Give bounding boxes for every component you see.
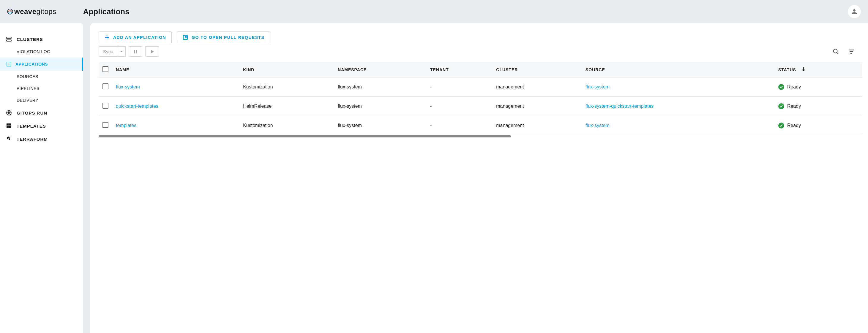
applications-icon bbox=[6, 61, 12, 67]
table-row: flux-systemKustomizationflux-system-mana… bbox=[99, 77, 862, 97]
status-text: Ready bbox=[787, 104, 801, 109]
row-checkbox[interactable] bbox=[102, 103, 108, 109]
cell-kind: Kustomization bbox=[240, 116, 334, 135]
applications-table: NAME KIND NAMESPACE TENANT CLUSTER SOURC… bbox=[99, 62, 862, 135]
open-pull-requests-button[interactable]: GO TO OPEN PULL REQUESTS bbox=[177, 31, 270, 43]
row-checkbox[interactable] bbox=[102, 122, 108, 128]
sidebar-item-delivery[interactable]: DELIVERY bbox=[0, 94, 83, 106]
sync-button[interactable]: Sync bbox=[99, 46, 117, 57]
svg-rect-7 bbox=[9, 124, 11, 126]
column-header-cluster[interactable]: CLUSTER bbox=[493, 62, 582, 77]
clusters-icon bbox=[6, 36, 12, 42]
application-name-link[interactable]: flux-system bbox=[116, 84, 140, 89]
pause-button[interactable] bbox=[129, 46, 142, 57]
cell-tenant: - bbox=[427, 77, 493, 97]
source-link[interactable]: flux-system bbox=[586, 84, 610, 89]
sort-desc-icon bbox=[802, 67, 805, 72]
button-label: GO TO OPEN PULL REQUESTS bbox=[192, 35, 265, 40]
horizontal-scrollbar[interactable] bbox=[99, 135, 511, 137]
sidebar-item-applications[interactable]: APPLICATIONS bbox=[0, 58, 83, 71]
cell-cluster: management bbox=[493, 97, 582, 116]
terraform-icon bbox=[6, 136, 12, 142]
cell-tenant: - bbox=[427, 97, 493, 116]
source-link[interactable]: flux-system-quickstart-templates bbox=[586, 104, 653, 109]
sidebar-item-terraform[interactable]: TERRAFORM bbox=[0, 132, 83, 145]
status-ready-icon bbox=[778, 84, 784, 90]
logo-text: weavegitops bbox=[14, 7, 57, 16]
column-header-name[interactable]: NAME bbox=[112, 62, 240, 77]
templates-icon bbox=[6, 123, 12, 129]
svg-rect-15 bbox=[849, 51, 853, 52]
button-label: ADD AN APPLICATION bbox=[113, 35, 166, 40]
sidebar-item-gitops-run[interactable]: GITOPS RUN bbox=[0, 106, 83, 119]
row-checkbox[interactable] bbox=[102, 84, 108, 89]
play-icon bbox=[150, 49, 154, 54]
sidebar: CLUSTERS VIOLATION LOG APPLICATIONS SOUR… bbox=[0, 23, 83, 333]
applications-table-wrap: NAME KIND NAMESPACE TENANT CLUSTER SOURC… bbox=[99, 62, 862, 137]
cell-namespace: flux-system bbox=[334, 77, 427, 97]
status-text: Ready bbox=[787, 123, 801, 128]
status-ready-icon bbox=[778, 123, 784, 129]
source-link[interactable]: flux-system bbox=[586, 123, 610, 128]
plus-icon bbox=[104, 35, 110, 40]
filter-button[interactable] bbox=[848, 48, 855, 55]
svg-rect-3 bbox=[6, 40, 11, 41]
cell-namespace: flux-system bbox=[334, 97, 427, 116]
application-name-link[interactable]: quickstart-templates bbox=[116, 104, 158, 109]
svg-rect-14 bbox=[849, 49, 854, 51]
sidebar-item-label: APPLICATIONS bbox=[16, 62, 48, 66]
sidebar-item-clusters[interactable]: CLUSTERS bbox=[0, 33, 83, 46]
user-avatar[interactable] bbox=[848, 5, 861, 18]
external-link-icon bbox=[183, 35, 188, 40]
sidebar-item-label: TERRAFORM bbox=[17, 136, 48, 141]
table-row: templatesKustomizationflux-system-manage… bbox=[99, 116, 862, 135]
svg-point-13 bbox=[834, 49, 837, 53]
select-all-checkbox[interactable] bbox=[102, 66, 108, 72]
column-header-kind[interactable]: KIND bbox=[240, 62, 334, 77]
play-button[interactable] bbox=[145, 46, 159, 57]
column-header-tenant[interactable]: TENANT bbox=[427, 62, 493, 77]
svg-rect-16 bbox=[850, 53, 852, 54]
status-text: Ready bbox=[787, 84, 801, 90]
page-title: Applications bbox=[83, 7, 129, 16]
user-icon bbox=[851, 8, 858, 15]
svg-rect-2 bbox=[6, 37, 11, 39]
application-name-link[interactable]: templates bbox=[116, 123, 136, 128]
svg-rect-12 bbox=[136, 50, 137, 54]
sidebar-item-label: CLUSTERS bbox=[17, 37, 43, 42]
cell-cluster: management bbox=[493, 77, 582, 97]
cell-kind: HelmRelease bbox=[240, 97, 334, 116]
sidebar-item-label: TEMPLATES bbox=[17, 124, 46, 129]
logo-icon bbox=[7, 9, 13, 14]
cell-status: Ready bbox=[778, 103, 859, 109]
svg-rect-6 bbox=[6, 124, 9, 126]
column-header-source[interactable]: SOURCE bbox=[582, 62, 775, 77]
sidebar-item-templates[interactable]: TEMPLATES bbox=[0, 119, 83, 132]
topbar: weavegitops Applications bbox=[0, 0, 868, 23]
sidebar-item-pipelines[interactable]: PIPELINES bbox=[0, 82, 83, 94]
sync-dropdown-button[interactable] bbox=[117, 46, 126, 57]
svg-rect-8 bbox=[6, 126, 9, 128]
search-button[interactable] bbox=[832, 48, 839, 55]
main-panel: ADD AN APPLICATION GO TO OPEN PULL REQUE… bbox=[90, 23, 868, 333]
cell-status: Ready bbox=[778, 84, 859, 90]
column-header-status[interactable]: STATUS bbox=[775, 62, 862, 77]
filter-icon bbox=[848, 48, 855, 55]
cell-tenant: - bbox=[427, 116, 493, 135]
gitops-run-icon bbox=[6, 110, 12, 116]
sidebar-item-violation-log[interactable]: VIOLATION LOG bbox=[0, 46, 83, 58]
svg-rect-11 bbox=[134, 50, 135, 54]
search-icon bbox=[832, 48, 839, 55]
sidebar-item-label: GITOPS RUN bbox=[17, 110, 47, 115]
sidebar-item-sources[interactable]: SOURCES bbox=[0, 71, 83, 82]
add-application-button[interactable]: ADD AN APPLICATION bbox=[99, 31, 172, 43]
column-header-namespace[interactable]: NAMESPACE bbox=[334, 62, 427, 77]
cell-kind: Kustomization bbox=[240, 77, 334, 97]
caret-down-icon bbox=[120, 50, 123, 53]
logo[interactable]: weavegitops bbox=[7, 7, 57, 16]
cell-status: Ready bbox=[778, 123, 859, 129]
table-row: quickstart-templatesHelmReleaseflux-syst… bbox=[99, 97, 862, 116]
pause-icon bbox=[133, 49, 138, 54]
svg-rect-9 bbox=[9, 126, 11, 128]
svg-rect-1 bbox=[10, 10, 10, 11]
